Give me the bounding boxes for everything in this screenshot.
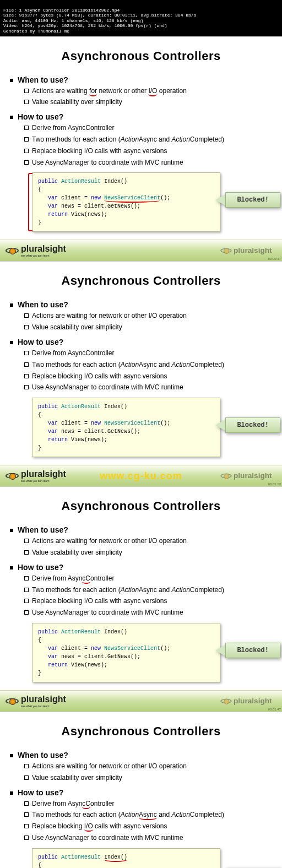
pluralsight-logo-watermark: pluralsight (220, 247, 272, 255)
eye-icon (220, 247, 231, 254)
slide-title: Asynchronous Controllers (10, 274, 272, 288)
slide-thumbnail: Asynchronous Controllers When to use? Ac… (0, 712, 282, 868)
eye-icon (220, 473, 231, 479)
meta-file: File: 1 Asynch Controller 20110616142902… (3, 8, 120, 13)
when-list: Actions are waiting for network or other… (10, 86, 272, 107)
when-list: Actions are waiting for network or other… (10, 536, 272, 557)
list-item: Replace blocking I/O calls with async ve… (32, 822, 272, 831)
pluralsight-logo-watermark: pluralsight (220, 697, 272, 705)
eye-icon (6, 472, 19, 480)
eye-icon (6, 247, 19, 254)
how-list: Derive from AsyncController Two methods … (10, 574, 272, 617)
list-item: Replace blocking I/O calls with async ve… (32, 147, 272, 156)
callout-arrow-icon (215, 645, 225, 656)
list-item: Actions are waiting for network or other… (32, 86, 272, 96)
timestamp: 00:00:37 (268, 257, 281, 261)
list-item: Value scalability over simplicity (32, 323, 272, 332)
section-how: How to use? (18, 338, 272, 346)
section-how: How to use? (18, 563, 272, 572)
slide-thumbnail: Asynchronous Controllers When to use? Ac… (0, 36, 282, 262)
list-item: Use AsyncManager to coordinate with MVC … (32, 158, 272, 167)
list-item: Replace blocking I/O calls with async ve… (32, 596, 272, 606)
pluralsight-logo: pluralsightsee what you can learn (6, 469, 66, 482)
eye-icon (6, 697, 19, 705)
list-item: Two methods for each action (ActionAsync… (32, 585, 272, 595)
meta-video: Video: h264, yuv420p, 1024x768, 252 kb/s… (3, 23, 167, 28)
callout-arrow-icon (215, 420, 225, 431)
timestamp: 00:01:12 (268, 482, 281, 486)
list-item: Actions are waiting for network or other… (32, 311, 272, 321)
code-sample: public ActionResult Index() { var client… (32, 172, 220, 232)
callout-label: Blocked! (225, 643, 280, 658)
list-item: Value scalability over simplicity (32, 773, 272, 783)
list-item: Use AsyncManager to coordinate with MVC … (32, 608, 272, 617)
blocked-callout: Blocked! (215, 643, 280, 658)
meta-audio: Audio: aac, 44100 Hz, 1 channels, s16, 1… (3, 18, 143, 23)
when-list: Actions are waiting for network or other… (10, 311, 272, 332)
list-item: Use AsyncManager to coordinate with MVC … (32, 383, 272, 392)
list-item: Value scalability over simplicity (32, 548, 272, 557)
callout-label: Blocked! (225, 417, 280, 433)
when-list: Actions are waiting for network or other… (10, 762, 272, 783)
slide-thumbnail: Asynchronous Controllers When to use? Ac… (0, 261, 282, 486)
list-item: Actions are waiting for network or other… (32, 536, 272, 546)
pluralsight-logo: pluralsightsee what you can learn (6, 695, 66, 708)
how-list: Derive from AsyncController Two methods … (10, 349, 272, 392)
slide-footer: pluralsightsee what you can learn plural… (0, 240, 282, 261)
code-sample: public ActionResult Index() { var client… (32, 848, 220, 868)
slide-footer: pluralsightsee what you can learn plural… (0, 690, 282, 712)
code-sample: public ActionResult Index() { var client… (32, 398, 220, 457)
callout-label: Blocked! (225, 192, 280, 208)
how-list: Derive from AsyncController Two methods … (10, 123, 272, 167)
pluralsight-logo-watermark: pluralsight (220, 472, 272, 480)
slide-title: Asynchronous Controllers (10, 499, 272, 513)
blocked-callout: Blocked! (215, 417, 280, 433)
list-item: Value scalability over simplicity (32, 97, 272, 107)
list-item: Derive from AsyncController (32, 574, 272, 583)
section-when: When to use? (18, 75, 272, 84)
meta-gen: Generated by Thumbnail me (3, 29, 69, 34)
section-how: How to use? (18, 112, 272, 121)
slide-title: Asynchronous Controllers (10, 724, 272, 739)
callout-arrow-icon (215, 194, 225, 205)
list-item: Actions are waiting for network or other… (32, 762, 272, 771)
list-item: Derive from AsyncController (32, 349, 272, 358)
list-item: Replace blocking I/O calls with async ve… (32, 372, 272, 381)
section-when: When to use? (18, 525, 272, 534)
list-item: Two methods for each action (ActionAsync… (32, 810, 272, 820)
section-when: When to use? (18, 751, 272, 760)
list-item: Two methods for each action (ActionAsync… (32, 360, 272, 370)
how-list: Derive from AsyncController Two methods … (10, 799, 272, 843)
list-item: Derive from AsyncController (32, 799, 272, 809)
code-sample: public ActionResult Index() { var client… (32, 623, 220, 682)
list-item: Use AsyncManager to coordinate with MVC … (32, 833, 272, 843)
timestamp: 00:01:47 (268, 708, 281, 711)
section-how: How to use? (18, 788, 272, 797)
eye-icon (220, 698, 231, 704)
red-bracket-annotation (28, 173, 32, 231)
slide-title: Asynchronous Controllers (10, 49, 272, 63)
pluralsight-logo: pluralsightsee what you can learn (6, 244, 66, 257)
meta-size: Size: 9163777 bytes (8.74 MiB), duration… (3, 13, 196, 18)
slide-thumbnail: Asynchronous Controllers When to use? Ac… (0, 486, 282, 712)
video-meta-header: File: 1 Asynch Controller 20110616142902… (0, 0, 282, 36)
section-when: When to use? (18, 300, 272, 309)
blocked-callout: Blocked! (215, 192, 280, 208)
list-item: Two methods for each action (ActionAsync… (32, 135, 272, 144)
slide-footer: pluralsightsee what you can learn www.cg… (0, 465, 282, 486)
watermark-text: www.cg-ku.com (100, 470, 182, 482)
list-item: Derive from AsyncController (32, 123, 272, 133)
